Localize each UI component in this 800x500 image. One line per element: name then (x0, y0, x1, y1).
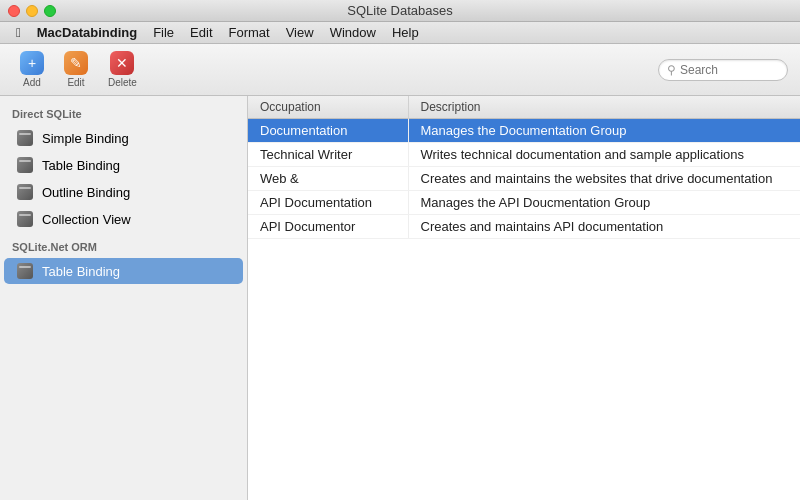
menu-bar:  MacDatabinding File Edit Format View W… (0, 22, 800, 44)
add-button[interactable]: + Add (12, 47, 52, 92)
add-label: Add (23, 77, 41, 88)
sidebar-item-outline-binding[interactable]: Outline Binding (4, 179, 243, 205)
table-binding-icon (16, 156, 34, 174)
table-row[interactable]: DocumentationManages the Documentation G… (248, 119, 800, 143)
apple-menu[interactable]:  (8, 23, 29, 42)
cell-occupation: Technical Writer (248, 143, 408, 167)
sidebar-item-simple-binding[interactable]: Simple Binding (4, 125, 243, 151)
menu-file[interactable]: File (145, 23, 182, 42)
table-header-row: Occupation Description (248, 96, 800, 119)
delete-icon: ✕ (110, 51, 134, 75)
sidebar-item-orm-table-binding[interactable]: Table Binding (4, 258, 243, 284)
sidebar-item-label: Table Binding (42, 158, 120, 173)
traffic-lights (8, 5, 56, 17)
sidebar-item-collection-view[interactable]: Collection View (4, 206, 243, 232)
cell-occupation: API Documentation (248, 191, 408, 215)
table-row[interactable]: Technical WriterWrites technical documen… (248, 143, 800, 167)
add-icon: + (20, 51, 44, 75)
cell-description: Manages the Documentation Group (408, 119, 800, 143)
search-input[interactable] (680, 63, 770, 77)
menu-help[interactable]: Help (384, 23, 427, 42)
cell-description: Creates and maintains API documentation (408, 215, 800, 239)
window-title: SQLite Databases (347, 3, 453, 18)
search-icon: ⚲ (667, 63, 676, 77)
search-box[interactable]: ⚲ (658, 59, 788, 81)
toolbar: + Add ✎ Edit ✕ Delete ⚲ (0, 44, 800, 96)
cell-description: Creates and maintains the websites that … (408, 167, 800, 191)
edit-label: Edit (67, 77, 84, 88)
table-row[interactable]: Web &Creates and maintains the websites … (248, 167, 800, 191)
sidebar-section-orm: SQLite.Net ORM (0, 233, 247, 257)
simple-binding-icon (16, 129, 34, 147)
orm-table-binding-icon (16, 262, 34, 280)
minimize-button[interactable] (26, 5, 38, 17)
menu-format[interactable]: Format (221, 23, 278, 42)
col-header-occupation: Occupation (248, 96, 408, 119)
sidebar-item-label: Collection View (42, 212, 131, 227)
sidebar-section-direct: Direct SQLite (0, 100, 247, 124)
sidebar-item-label: Simple Binding (42, 131, 129, 146)
table-row[interactable]: API DocumentationManages the API Doucmen… (248, 191, 800, 215)
data-table: Occupation Description DocumentationMana… (248, 96, 800, 239)
sidebar: Direct SQLite Simple Binding Table Bindi… (0, 96, 248, 500)
cell-description: Writes technical documentation and sampl… (408, 143, 800, 167)
menu-edit[interactable]: Edit (182, 23, 220, 42)
delete-button[interactable]: ✕ Delete (100, 47, 145, 92)
maximize-button[interactable] (44, 5, 56, 17)
menu-window[interactable]: Window (322, 23, 384, 42)
collection-view-icon (16, 210, 34, 228)
col-header-description: Description (408, 96, 800, 119)
sidebar-item-label: Table Binding (42, 264, 120, 279)
content-area: Occupation Description DocumentationMana… (248, 96, 800, 500)
cell-occupation: Documentation (248, 119, 408, 143)
edit-button[interactable]: ✎ Edit (56, 47, 96, 92)
close-button[interactable] (8, 5, 20, 17)
cell-occupation: API Documentor (248, 215, 408, 239)
outline-binding-icon (16, 183, 34, 201)
delete-label: Delete (108, 77, 137, 88)
table-row[interactable]: API DocumentorCreates and maintains API … (248, 215, 800, 239)
main-layout: Direct SQLite Simple Binding Table Bindi… (0, 96, 800, 500)
sidebar-item-table-binding[interactable]: Table Binding (4, 152, 243, 178)
sidebar-item-label: Outline Binding (42, 185, 130, 200)
edit-icon: ✎ (64, 51, 88, 75)
menu-app-name[interactable]: MacDatabinding (29, 23, 145, 42)
cell-description: Manages the API Doucmentation Group (408, 191, 800, 215)
menu-view[interactable]: View (278, 23, 322, 42)
title-bar: SQLite Databases (0, 0, 800, 22)
cell-occupation: Web & (248, 167, 408, 191)
